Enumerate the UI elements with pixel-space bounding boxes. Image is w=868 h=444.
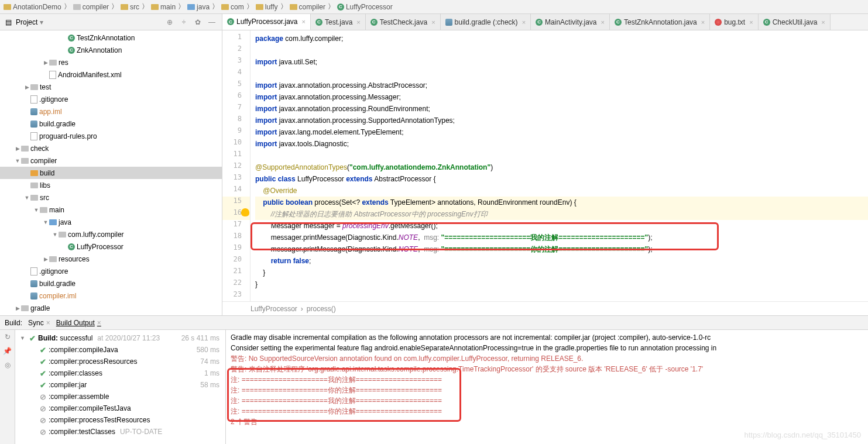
- divide-icon[interactable]: ÷: [179, 17, 189, 27]
- build-tab-sync[interactable]: Sync ×: [28, 319, 50, 327]
- tree-item[interactable]: ▶res: [0, 56, 222, 68]
- collapse-icon[interactable]: —: [207, 17, 217, 27]
- skip-icon: ⊘: [40, 393, 46, 401]
- build-tree-item[interactable]: ✔:compiler:jar58 ms: [15, 379, 225, 391]
- output-line: 注: =====================我的注解============…: [231, 374, 863, 385]
- tree-item[interactable]: AndroidManifest.xml: [0, 68, 222, 81]
- pin-icon[interactable]: 📌: [3, 346, 12, 356]
- target-icon[interactable]: ⊕: [164, 17, 175, 27]
- build-tree-item[interactable]: ⊘:compiler:compileTestJava: [15, 402, 225, 414]
- watermark: https://blog.csdn.net/qq_35101450: [745, 430, 862, 440]
- build-tree-item[interactable]: ⊘:compiler:processTestResources: [15, 414, 225, 426]
- gear-icon[interactable]: ✿: [193, 17, 203, 27]
- folder-icon: [121, 4, 128, 10]
- breadcrumb-item[interactable]: java: [187, 3, 210, 11]
- editor-crumb-class[interactable]: LuffyProcessor: [251, 305, 297, 313]
- folder-icon: [30, 170, 38, 176]
- tree-item[interactable]: libs: [0, 179, 222, 191]
- folder-icon: [73, 4, 81, 10]
- tree-item[interactable]: ▼java: [0, 216, 222, 228]
- tree-item[interactable]: ▼src: [0, 191, 222, 204]
- folder-icon: [49, 60, 57, 66]
- editor-tab[interactable]: CTestCheck.java×: [366, 14, 441, 30]
- tree-item[interactable]: CZnkAnnotation: [0, 44, 222, 56]
- tree-item[interactable]: proguard-rules.pro: [0, 130, 222, 142]
- close-icon[interactable]: ×: [431, 19, 435, 26]
- class-icon: C: [337, 4, 344, 11]
- file-icon: [30, 132, 37, 140]
- editor-tab[interactable]: CTest.java×: [311, 14, 366, 30]
- skip-icon: ⊘: [40, 428, 46, 436]
- tree-item[interactable]: build: [0, 167, 222, 179]
- gradle-icon: [30, 280, 37, 287]
- breadcrumb-item[interactable]: AnotationDemo: [4, 3, 61, 11]
- build-output[interactable]: Gradle may disable incremental compilati…: [226, 330, 868, 444]
- build-tree-item[interactable]: ⊘:compiler:assemble: [15, 391, 225, 402]
- breadcrumb-item[interactable]: com: [221, 3, 244, 11]
- folder-icon: [290, 4, 297, 10]
- project-dropdown-icon[interactable]: ▾: [40, 18, 43, 26]
- output-line: 注: =====================我的注解============…: [231, 395, 863, 406]
- close-icon[interactable]: ×: [46, 319, 50, 327]
- tree-item[interactable]: ▶check: [0, 142, 222, 154]
- code-editor[interactable]: 1234567891011121314151617181920212223 pa…: [222, 30, 868, 301]
- editor-crumb-method[interactable]: process(): [307, 305, 336, 313]
- tree-item[interactable]: ▼com.luffy.compiler: [0, 228, 222, 240]
- close-icon[interactable]: ×: [601, 19, 605, 26]
- editor-tab[interactable]: build.gradle (:check)×: [441, 14, 531, 30]
- build-tree[interactable]: ▼✔Build: successfulat 2020/10/27 11:2326…: [15, 330, 226, 444]
- breadcrumb-item[interactable]: CLuffyProcessor: [337, 3, 393, 11]
- output-line: 2 个警告: [231, 417, 863, 427]
- tree-item[interactable]: .gitignore: [0, 93, 222, 105]
- tree-item[interactable]: build.gradle: [0, 118, 222, 130]
- folder-icon: [4, 4, 11, 10]
- close-icon[interactable]: ×: [97, 319, 101, 327]
- breadcrumb-item[interactable]: compiler: [73, 3, 109, 11]
- editor-tab[interactable]: CTestZnkAnnotation.java×: [610, 14, 710, 30]
- close-icon[interactable]: ×: [821, 19, 825, 26]
- editor-tab[interactable]: CLuffyProcessor.java×: [222, 14, 311, 30]
- editor-tab[interactable]: CCheckUtil.java×: [759, 14, 831, 30]
- tree-item[interactable]: build.gradle: [0, 277, 222, 290]
- tree-item[interactable]: ▶gradle: [0, 302, 222, 314]
- close-icon[interactable]: ×: [522, 19, 526, 26]
- tree-item[interactable]: ▶test: [0, 81, 222, 93]
- close-icon[interactable]: ×: [701, 19, 705, 26]
- build-tree-item[interactable]: ✔:compiler:compileJava580 ms: [15, 344, 225, 356]
- tree-item[interactable]: ▼compiler: [0, 154, 222, 167]
- project-tree[interactable]: CTestZnkAnnotationCZnkAnnotation▶resAndr…: [0, 30, 222, 315]
- tree-item[interactable]: .gitignore: [0, 265, 222, 277]
- output-line: Gradle may disable incremental compilati…: [231, 332, 863, 343]
- rerun-icon[interactable]: ↻: [3, 332, 12, 342]
- intention-bulb-icon[interactable]: [241, 208, 249, 216]
- build-tree-item[interactable]: ▼✔Build: successfulat 2020/10/27 11:2326…: [15, 332, 225, 344]
- close-icon[interactable]: ×: [749, 19, 753, 26]
- breadcrumb-item[interactable]: src: [121, 3, 139, 11]
- editor-tab[interactable]: bug.txt×: [710, 14, 758, 30]
- tree-item[interactable]: app.iml: [0, 105, 222, 118]
- editor-tab[interactable]: CMainActivity.java×: [531, 14, 610, 30]
- file-icon: [30, 267, 37, 276]
- build-tab-output[interactable]: Build Output ×: [56, 319, 101, 327]
- tree-item[interactable]: ▼main: [0, 204, 222, 216]
- folder-icon: [21, 146, 29, 152]
- build-tree-item[interactable]: ⊘:compiler:testClassesUP-TO-DATE: [15, 426, 225, 438]
- build-tree-item[interactable]: ✔:compiler:processResources74 ms: [15, 356, 225, 367]
- tree-item[interactable]: compiler.iml: [0, 290, 222, 302]
- tree-item[interactable]: CLuffyProcessor: [0, 240, 222, 253]
- chevron-right-icon: ›: [301, 305, 303, 313]
- build-tree-item[interactable]: ✔:compiler:classes1 ms: [15, 367, 225, 379]
- class-icon: C: [536, 19, 543, 26]
- breadcrumb-item[interactable]: luffy: [256, 3, 278, 11]
- tree-item[interactable]: ▶resources: [0, 253, 222, 265]
- project-panel-title: Project: [16, 18, 37, 26]
- breadcrumb-item[interactable]: compiler: [290, 3, 325, 11]
- code-content[interactable]: package com.luffy.compiler;import java.u…: [251, 30, 868, 301]
- close-icon[interactable]: ×: [356, 19, 360, 26]
- breadcrumbs: AnotationDemo〉compiler〉src〉main〉java〉com…: [0, 0, 868, 14]
- breadcrumb-item[interactable]: main: [151, 3, 176, 11]
- eye-icon[interactable]: ◎: [3, 360, 12, 370]
- tree-item[interactable]: CTestZnkAnnotation: [0, 32, 222, 44]
- check-icon: ✔: [40, 381, 46, 390]
- close-icon[interactable]: ×: [302, 18, 306, 25]
